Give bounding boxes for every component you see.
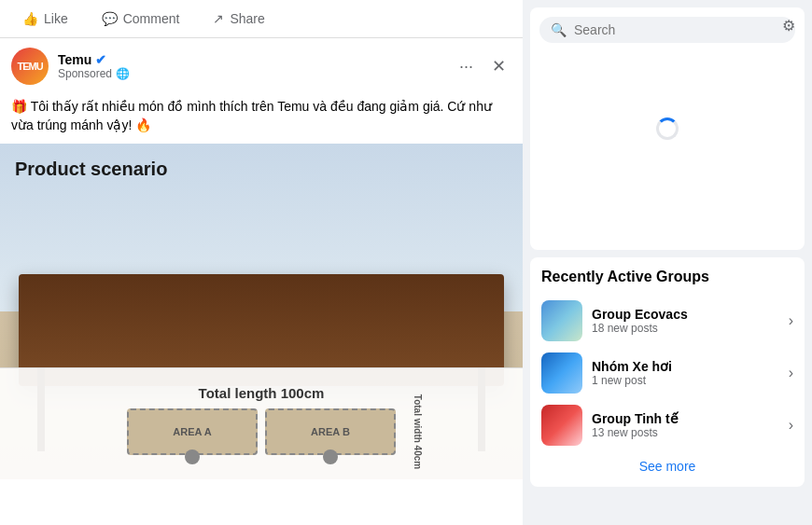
post-meta: Temu ✔ Sponsored 🌐 — [58, 52, 130, 80]
post-header-left: TEMU Temu ✔ Sponsored 🌐 — [11, 48, 130, 85]
see-more-button[interactable]: See more — [541, 451, 793, 476]
group-name: Group Tinh tế — [592, 411, 779, 426]
post-header-right: ··· ✕ — [454, 52, 511, 80]
like-label: Like — [44, 11, 68, 26]
group-thumbnail — [541, 300, 582, 341]
like-icon: 👍 — [22, 11, 38, 26]
comment-button[interactable]: 💬 Comment — [94, 7, 188, 30]
like-button[interactable]: 👍 Like — [15, 7, 76, 30]
group-info: Group Tinh tế 13 new posts — [592, 411, 779, 439]
group-info: Group Ecovacs 18 new posts — [592, 307, 779, 335]
groups-title: Recently Active Groups — [541, 269, 793, 285]
comment-label: Comment — [123, 11, 180, 26]
group-item[interactable]: Nhóm Xe hơi 1 new post › — [541, 347, 793, 399]
group-name: Nhóm Xe hơi — [592, 359, 779, 374]
post-card: TEMU Temu ✔ Sponsored 🌐 ··· — [0, 38, 523, 525]
comment-icon: 💬 — [102, 11, 118, 26]
group-info: Nhóm Xe hơi 1 new post — [592, 359, 779, 387]
group-name: Group Ecovacs — [592, 307, 779, 322]
group-posts: 13 new posts — [592, 426, 779, 439]
width-label: Total width 40cm — [412, 394, 422, 469]
search-box: 🔍 ⚙ — [530, 7, 805, 250]
product-image-area: Product scenario Total length 100cm AREA… — [0, 144, 523, 479]
chevron-right-icon: › — [789, 365, 793, 381]
measurement-overlay: Total length 100cm AREA A AREA B Total w… — [0, 367, 523, 479]
post-text: 🎁 Tôi thấy rất nhiều món đồ mình thích t… — [0, 94, 523, 144]
group-item[interactable]: Group Tinh tế 13 new posts › — [541, 399, 793, 451]
group-posts: 18 new posts — [592, 322, 779, 335]
areas-row: AREA A AREA B Total width 40cm — [127, 408, 396, 455]
share-button[interactable]: ↗ Share — [205, 7, 272, 30]
groups-list: Group Ecovacs 18 new posts › Nhóm Xe hơi… — [541, 295, 793, 451]
avatar: TEMU — [11, 48, 49, 85]
area-b-box: AREA B Total width 40cm — [265, 408, 396, 455]
verified-icon: ✔ — [95, 52, 106, 67]
chevron-right-icon: › — [789, 417, 793, 434]
more-options-button[interactable]: ··· — [454, 53, 479, 80]
action-bar: 👍 Like 💬 Comment ↗ Share — [0, 0, 523, 38]
group-thumbnail — [541, 405, 582, 446]
loading-spinner — [656, 117, 679, 140]
settings-icon[interactable]: ⚙ — [782, 17, 795, 35]
post-header: TEMU Temu ✔ Sponsored 🌐 ··· — [0, 38, 523, 94]
close-button[interactable]: ✕ — [486, 52, 511, 80]
groups-card: Recently Active Groups Group Ecovacs 18 … — [530, 257, 805, 487]
search-input[interactable] — [574, 22, 784, 37]
chevron-right-icon: › — [789, 312, 793, 329]
product-scenario-label: Product scenario — [15, 159, 167, 180]
area-a-box: AREA A — [127, 408, 258, 455]
share-icon: ↗ — [213, 11, 224, 26]
sponsored-label: Sponsored 🌐 — [58, 67, 130, 80]
share-label: Share — [230, 11, 264, 26]
measurement-title: Total length 100cm — [199, 385, 325, 401]
search-input-wrap[interactable]: 🔍 — [539, 17, 795, 43]
search-icon: 🔍 — [551, 22, 567, 37]
group-posts: 1 new post — [592, 374, 779, 387]
author-name: Temu ✔ — [58, 52, 130, 67]
right-column: 🔍 ⚙ Recently Active Groups Group Ecovacs… — [523, 0, 812, 525]
group-item[interactable]: Group Ecovacs 18 new posts › — [541, 295, 793, 347]
globe-icon: 🌐 — [116, 67, 130, 80]
group-thumbnail — [541, 352, 582, 394]
